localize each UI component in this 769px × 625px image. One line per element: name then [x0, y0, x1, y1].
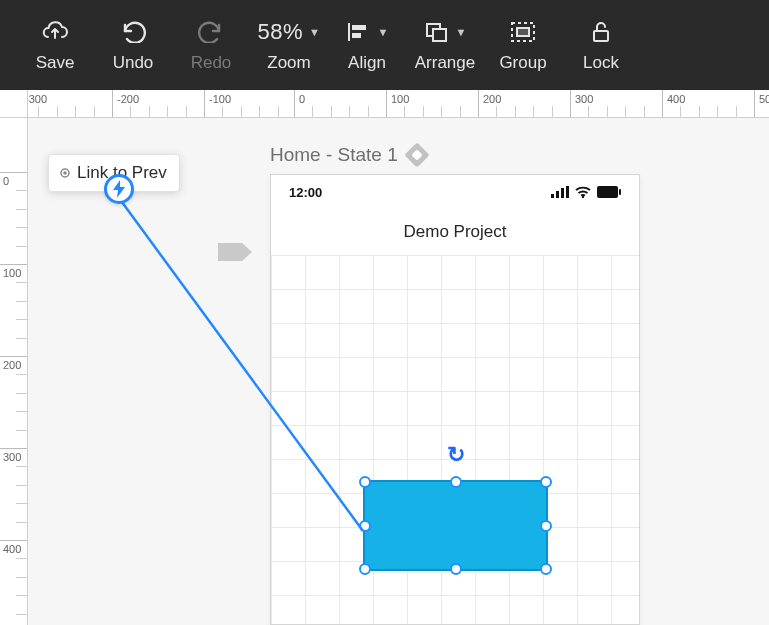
- main-toolbar: Save Undo Redo 58%▼ Zoom: [0, 0, 769, 90]
- page-title[interactable]: Home - State 1: [270, 144, 426, 166]
- zoom-value: 58%▼: [258, 17, 321, 47]
- horizontal-ruler[interactable]: -300-200-1000100200300400500: [28, 90, 769, 118]
- design-canvas[interactable]: Home - State 1 12:00 Demo Proj: [28, 118, 769, 625]
- ruler-tick: 400: [662, 90, 685, 117]
- ruler-tick: 300: [570, 90, 593, 117]
- save-label: Save: [36, 53, 75, 73]
- save-button[interactable]: Save: [20, 8, 90, 82]
- ruler-tick: 400: [0, 540, 27, 555]
- svg-point-18: [64, 172, 66, 174]
- status-bar: 12:00: [271, 175, 639, 209]
- vertical-ruler[interactable]: 0100200300400500: [0, 118, 28, 625]
- wifi-icon: [575, 186, 591, 198]
- svg-rect-2: [352, 33, 361, 38]
- svg-rect-11: [561, 188, 564, 198]
- svg-rect-4: [433, 29, 446, 41]
- resize-handle-s[interactable]: [450, 563, 462, 575]
- ruler-tick: 100: [386, 90, 409, 117]
- zoom-label: Zoom: [267, 53, 310, 73]
- group-button[interactable]: Group: [488, 8, 558, 82]
- rotate-handle-icon[interactable]: ↻: [447, 442, 465, 468]
- undo-icon: [119, 17, 147, 47]
- group-icon: [509, 17, 537, 47]
- cloud-upload-icon: [40, 17, 70, 47]
- align-label: Align: [348, 53, 386, 73]
- page-title-text: Home - State 1: [270, 144, 398, 166]
- ruler-tick: 100: [0, 264, 27, 279]
- svg-point-13: [582, 196, 584, 198]
- ruler-tick: 0: [294, 90, 305, 117]
- state-badge-icon[interactable]: [404, 142, 429, 167]
- svg-rect-15: [619, 189, 621, 195]
- svg-rect-0: [348, 23, 350, 41]
- artboard-nav-title: Demo Project: [271, 209, 639, 255]
- caret-down-icon: ▼: [456, 26, 467, 38]
- resize-handle-se[interactable]: [540, 563, 552, 575]
- resize-handle-nw[interactable]: [359, 476, 371, 488]
- page-tag-icon: [218, 240, 254, 264]
- svg-rect-12: [566, 186, 569, 198]
- artboard[interactable]: 12:00 Demo Project ↻: [270, 174, 640, 625]
- resize-handle-sw[interactable]: [359, 563, 371, 575]
- zoom-dropdown[interactable]: 58%▼ Zoom: [254, 8, 324, 82]
- arrange-label: Arrange: [415, 53, 475, 73]
- redo-label: Redo: [191, 53, 232, 73]
- svg-rect-8: [594, 31, 608, 41]
- arrange-icon: ▼: [424, 17, 467, 47]
- caret-down-icon: ▼: [378, 26, 389, 38]
- redo-icon: [197, 17, 225, 47]
- undo-button[interactable]: Undo: [98, 8, 168, 82]
- lock-label: Lock: [583, 53, 619, 73]
- link-target-icon: [59, 167, 71, 179]
- undo-label: Undo: [113, 53, 154, 73]
- ruler-tick: -200: [112, 90, 139, 117]
- ruler-tick: -100: [204, 90, 231, 117]
- arrange-dropdown[interactable]: ▼ Arrange: [410, 8, 480, 82]
- interaction-badge[interactable]: [104, 174, 134, 204]
- ruler-tick: 0: [0, 172, 27, 187]
- signal-icon: [551, 186, 569, 198]
- caret-down-icon: ▼: [309, 26, 320, 38]
- svg-rect-14: [597, 186, 618, 198]
- resize-handle-w[interactable]: [359, 520, 371, 532]
- ruler-tick: 200: [478, 90, 501, 117]
- resize-handle-n[interactable]: [450, 476, 462, 488]
- ruler-tick: 300: [0, 448, 27, 463]
- redo-button[interactable]: Redo: [176, 8, 246, 82]
- status-icons: [551, 186, 621, 198]
- status-time: 12:00: [289, 185, 322, 200]
- align-dropdown[interactable]: ▼ Align: [332, 8, 402, 82]
- battery-icon: [597, 186, 621, 198]
- svg-rect-1: [352, 25, 366, 30]
- lock-button[interactable]: Lock: [566, 8, 636, 82]
- ruler-tick: 200: [0, 356, 27, 371]
- group-label: Group: [499, 53, 546, 73]
- align-left-icon: ▼: [346, 17, 389, 47]
- svg-rect-7: [517, 28, 529, 36]
- resize-handle-e[interactable]: [540, 520, 552, 532]
- svg-rect-9: [551, 194, 554, 198]
- ruler-origin: [0, 90, 28, 118]
- resize-handle-ne[interactable]: [540, 476, 552, 488]
- rectangle-shape[interactable]: ↻: [363, 480, 548, 571]
- svg-rect-10: [556, 191, 559, 198]
- lock-open-icon: [589, 17, 613, 47]
- ruler-tick: 500: [754, 90, 769, 117]
- lightning-icon: [112, 180, 126, 198]
